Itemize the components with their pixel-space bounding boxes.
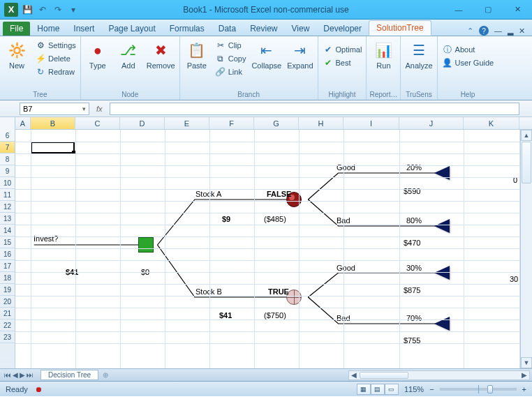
tab-nav-prev-icon[interactable]: ◀ [13,371,18,379]
row-header-10[interactable]: 10 [0,177,15,189]
row-header-14[interactable]: 14 [0,225,15,236]
mdi-minimize-icon[interactable]: — [494,27,502,35]
name-box[interactable]: B7 ▾ [20,103,89,115]
optimal-button[interactable]: ✔Optimal [321,43,364,56]
row-header-16[interactable]: 16 [0,248,15,260]
best-button[interactable]: ✔Best [321,57,364,69]
col-header-J[interactable]: J [399,117,464,129]
row-header-7[interactable]: 7 [0,142,15,153]
zoom-level[interactable]: 115% [404,385,424,393]
remove-button[interactable]: ✖Remove [145,38,177,73]
col-header-H[interactable]: H [299,117,343,129]
zoom-thumb[interactable] [487,385,493,393]
row-header-6[interactable]: 6 [0,130,15,142]
col-header-E[interactable]: E [165,117,209,129]
row-header-13[interactable]: 13 [0,213,15,225]
save-icon[interactable]: 💾 [21,3,34,16]
ribbon-minimize-icon[interactable]: ⌃ [467,27,473,36]
tab-insert[interactable]: Insert [66,22,101,36]
row-header-8[interactable]: 8 [0,153,15,165]
row-header-20[interactable]: 20 [0,296,15,308]
tab-review[interactable]: Review [243,22,284,36]
tab-nav-last-icon[interactable]: ⏭ [27,371,34,379]
zoom-slider[interactable] [440,388,517,391]
mdi-restore-icon[interactable]: ▂ [508,27,513,36]
horizontal-scrollbar[interactable]: ◀ ▶ [348,370,530,380]
row-header-11[interactable]: 11 [0,189,15,201]
tab-solutiontree[interactable]: SolutionTree [369,20,431,36]
col-header-A[interactable]: A [15,117,31,129]
redo-icon[interactable]: ↷ [52,3,64,16]
settings-button[interactable]: ⚙Settings [34,39,77,52]
minimize-button[interactable]: — [444,2,473,17]
scroll-right-icon[interactable]: ▶ [519,371,529,379]
run-button[interactable]: 📊Run [369,38,397,73]
close-button[interactable]: ✕ [503,2,532,17]
delete-button[interactable]: ⚡Delete [34,52,77,65]
paste-button[interactable]: 📋Paste [183,38,211,73]
scroll-up-icon[interactable]: ▲ [521,130,532,141]
qat-dropdown-icon[interactable]: ▾ [67,3,80,16]
col-header-C[interactable]: C [75,117,120,129]
formula-input[interactable] [110,103,519,115]
analyze-button[interactable]: ☰Analyze [404,38,434,73]
col-header-I[interactable]: I [343,117,399,129]
page-layout-view-button[interactable]: ▤ [371,384,385,395]
row-header-9[interactable]: 9 [0,165,15,177]
active-cell[interactable] [31,142,75,153]
tab-file[interactable]: File [3,22,30,36]
tab-formulas[interactable]: Formulas [163,22,212,36]
col-header-G[interactable]: G [254,117,299,129]
maximize-button[interactable]: ▢ [473,2,503,17]
row-header-12[interactable]: 12 [0,201,15,213]
zoom-out-button[interactable]: − [429,385,434,393]
link-button[interactable]: 🔗Link [214,66,248,78]
tab-view[interactable]: View [285,22,317,36]
redraw-button[interactable]: ↻Redraw [34,66,77,78]
tab-developer[interactable]: Developer [316,22,369,36]
row-header-22[interactable]: 22 [0,319,15,331]
scroll-left-icon[interactable]: ◀ [349,371,359,379]
col-header-F[interactable]: F [209,117,254,129]
decision-node[interactable] [138,237,154,253]
user-guide-button[interactable]: 👤User Guide [441,57,496,69]
col-header-K[interactable]: K [464,117,519,129]
macro-record-icon[interactable]: ⏺ [28,385,43,393]
scroll-thumb[interactable] [522,142,531,183]
row-header-17[interactable]: 17 [0,260,15,272]
name-box-dropdown-icon[interactable]: ▾ [82,105,86,112]
row-header-18[interactable]: 18 [0,272,15,284]
normal-view-button[interactable]: ▦ [357,384,371,395]
vertical-scrollbar[interactable]: ▲ ▼ [520,130,532,368]
copy-button[interactable]: ⧉Copy [214,52,248,65]
tab-nav-first-icon[interactable]: ⏮ [4,371,11,379]
tab-nav-next-icon[interactable]: ▶ [20,371,25,379]
tab-page-layout[interactable]: Page Layout [101,22,162,36]
hscroll-thumb[interactable] [360,372,408,379]
sheet-tab-active[interactable]: Decision Tree [40,370,98,380]
about-button[interactable]: ⓘAbout [441,43,496,56]
mdi-close-icon[interactable]: ✕ [519,27,525,36]
page-break-view-button[interactable]: ▭ [385,384,399,395]
collapse-button[interactable]: ⇤Collapse [250,38,283,73]
new-tree-button[interactable]: 🔆 New [3,38,31,73]
clip-button[interactable]: ✂Clip [214,39,248,52]
tab-data[interactable]: Data [212,22,243,36]
undo-icon[interactable]: ↶ [36,3,49,16]
add-button[interactable]: ⎇Add [114,38,142,73]
worksheet[interactable]: 67891011121314151617181920212223 ABCDEFG… [0,117,532,368]
col-header-D[interactable]: D [120,117,165,129]
zoom-in-button[interactable]: + [522,385,526,393]
help-icon[interactable]: ? [479,26,489,36]
expand-button[interactable]: ⇥Expand [286,38,314,73]
new-sheet-icon[interactable]: ⊕ [98,371,112,379]
grid[interactable]: Invest? $41 $0 Stock A $9 FALSE ($485) S… [15,130,532,368]
scroll-down-icon[interactable]: ▼ [521,357,532,368]
row-header-19[interactable]: 19 [0,284,15,296]
row-header-15[interactable]: 15 [0,236,15,248]
tab-home[interactable]: Home [30,22,66,36]
fx-icon[interactable]: fx [89,105,110,113]
col-header-B[interactable]: B [31,117,75,129]
row-header-23[interactable]: 23 [0,331,15,343]
type-button[interactable]: ●Type [84,38,112,73]
